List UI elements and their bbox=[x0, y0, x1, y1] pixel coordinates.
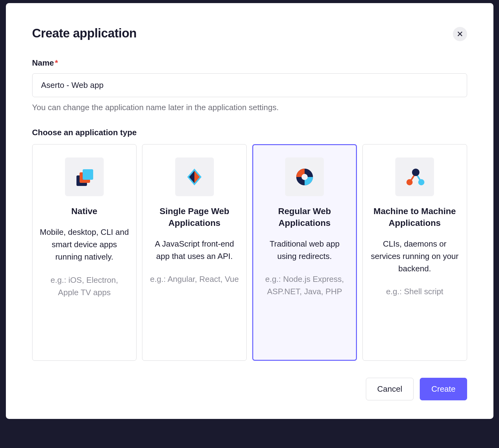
card-title: Machine to Machine Applications bbox=[370, 205, 459, 229]
card-description: CLIs, daemons or services running on you… bbox=[370, 238, 459, 275]
create-button[interactable]: Create bbox=[420, 378, 467, 400]
regular-web-icon bbox=[285, 157, 324, 196]
type-card-m2m[interactable]: Machine to Machine Applications CLIs, da… bbox=[362, 144, 467, 361]
card-title: Native bbox=[40, 205, 129, 217]
application-name-input[interactable] bbox=[32, 73, 467, 97]
svg-rect-2 bbox=[83, 169, 93, 180]
create-application-modal: Create application ✕ Name* You can chang… bbox=[6, 3, 493, 419]
name-label-text: Name bbox=[32, 58, 54, 67]
svg-point-12 bbox=[418, 179, 424, 185]
modal-title: Create application bbox=[32, 26, 137, 40]
card-title: Regular Web Applications bbox=[260, 205, 349, 229]
name-help-text: You can change the application name late… bbox=[32, 103, 467, 112]
name-field-group: Name* You can change the application nam… bbox=[32, 58, 467, 112]
close-icon: ✕ bbox=[457, 29, 463, 39]
name-label: Name* bbox=[32, 58, 58, 68]
card-description: Mobile, desktop, CLI and smart device ap… bbox=[40, 226, 129, 263]
svg-point-11 bbox=[406, 179, 413, 185]
action-buttons: Cancel Create bbox=[32, 378, 467, 400]
type-card-regular-web[interactable]: Regular Web Applications Traditional web… bbox=[252, 144, 357, 361]
cancel-button[interactable]: Cancel bbox=[366, 378, 414, 400]
card-example: e.g.: Angular, React, Vue bbox=[150, 273, 239, 285]
card-example: e.g.: iOS, Electron, Apple TV apps bbox=[40, 274, 129, 299]
card-title: Single Page Web Applications bbox=[150, 205, 239, 229]
card-description: A JavaScript front-end app that uses an … bbox=[150, 238, 239, 263]
svg-point-7 bbox=[302, 174, 308, 180]
native-icon bbox=[65, 157, 104, 196]
close-button[interactable]: ✕ bbox=[453, 27, 467, 41]
card-example: e.g.: Node.js Express, ASP.NET, Java, PH… bbox=[260, 273, 349, 298]
modal-header: Create application ✕ bbox=[32, 26, 467, 41]
required-indicator: * bbox=[55, 58, 58, 67]
type-card-native[interactable]: Native Mobile, desktop, CLI and smart de… bbox=[32, 144, 137, 361]
card-example: e.g.: Shell script bbox=[370, 285, 459, 298]
application-type-grid: Native Mobile, desktop, CLI and smart de… bbox=[32, 144, 467, 361]
type-card-spa[interactable]: Single Page Web Applications A JavaScrip… bbox=[142, 144, 247, 361]
m2m-icon bbox=[395, 157, 434, 196]
type-section-label: Choose an application type bbox=[32, 128, 467, 137]
spa-icon bbox=[175, 157, 214, 196]
card-description: Traditional web app using redirects. bbox=[260, 238, 349, 263]
svg-point-10 bbox=[412, 169, 419, 176]
